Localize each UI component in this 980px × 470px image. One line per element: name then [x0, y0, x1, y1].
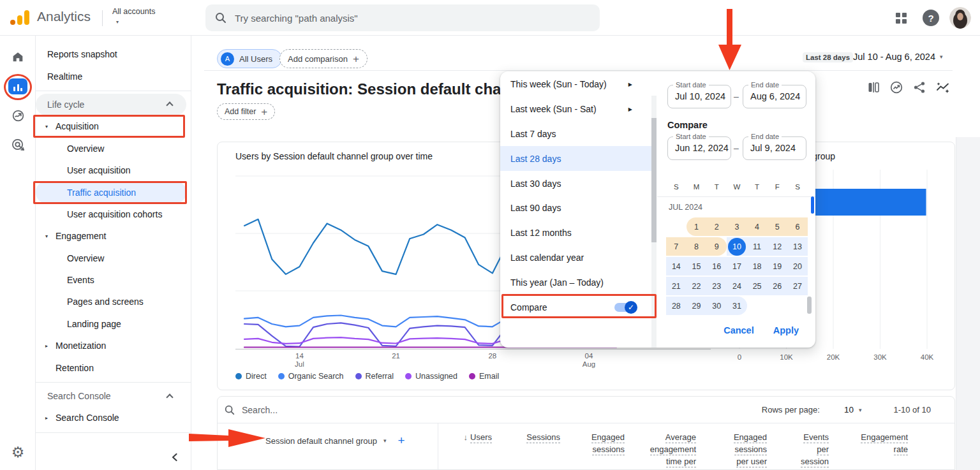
legend-item-unassigned[interactable]: Unassigned	[405, 372, 457, 381]
compare-periods-icon[interactable]	[866, 80, 880, 94]
start-date-field[interactable]: Start date Jul 10, 2024	[667, 85, 731, 108]
calendar-day-3[interactable]: 3	[727, 217, 747, 236]
apply-button[interactable]: Apply	[773, 325, 799, 335]
sidebar-item-landing-page[interactable]: Landing page	[36, 313, 186, 335]
expand-arrow-icon[interactable]: ▸	[42, 343, 51, 349]
calendar-day-10[interactable]: 10	[727, 237, 747, 256]
calendar-day-7[interactable]: 7	[666, 237, 687, 256]
preset-last-calendar-year[interactable]: Last calendar year	[500, 246, 651, 270]
calendar-day-26[interactable]: 26	[767, 277, 787, 295]
sidebar-item-engagement[interactable]: ▾Engagement	[36, 225, 186, 247]
legend-item-email[interactable]: Email	[469, 372, 499, 381]
metric-header-events-per-session[interactable]: Eventspersession	[767, 431, 829, 467]
sort-desc-icon[interactable]: ↓	[464, 432, 468, 442]
explore-icon[interactable]	[0, 101, 36, 130]
calendar-day-2[interactable]: 2	[706, 217, 727, 236]
add-dimension-icon[interactable]: +	[397, 434, 405, 448]
calendar-day-17[interactable]: 17	[727, 257, 747, 275]
calendar-day-11[interactable]: 11	[747, 237, 768, 256]
calendar-day-20[interactable]: 20	[787, 257, 808, 275]
rows-per-page-select[interactable]: 10	[844, 405, 854, 415]
calendar-day-16[interactable]: 16	[706, 257, 727, 275]
calendar-day-28[interactable]: 28	[666, 297, 687, 315]
share-icon[interactable]	[912, 80, 926, 94]
metric-header-engaged-sessions[interactable]: Engagedsessions	[560, 431, 625, 467]
calendar-day-12[interactable]: 12	[767, 237, 787, 256]
end-date-field[interactable]: End date Aug 6, 2024	[743, 85, 806, 108]
calendar-day-6[interactable]: 6	[787, 217, 808, 236]
preset-this-year-jan-today[interactable]: This year (Jan – Today)	[500, 270, 651, 295]
calendar-day-22[interactable]: 22	[687, 277, 707, 295]
preset-this-week-sun-today[interactable]: This week (Sun - Today)▶	[500, 72, 651, 97]
collapse-arrow-icon[interactable]: ▾	[42, 233, 51, 239]
search-input[interactable]	[235, 13, 567, 24]
calendar-day-30[interactable]: 30	[706, 297, 727, 315]
preset-last-28-days[interactable]: Last 28 days	[500, 146, 651, 171]
calendar-day-13[interactable]: 13	[787, 237, 808, 256]
sidebar-item-overview[interactable]: Overview	[36, 138, 186, 159]
help-icon[interactable]: ?	[923, 10, 939, 26]
preset-last-7-days[interactable]: Last 7 days	[500, 122, 651, 147]
date-range-selector[interactable]: Jul 10 - Aug 6, 2024	[853, 52, 935, 62]
sidebar-item-search-console[interactable]: Search Console	[36, 385, 186, 407]
sidebar-item-monetization[interactable]: ▸Monetization	[36, 335, 186, 356]
calendar-day-27[interactable]: 27	[787, 277, 808, 295]
analytics-logo-icon[interactable]	[10, 10, 29, 25]
sidebar-item-events[interactable]: Events	[36, 269, 186, 291]
segment-chip-all-users[interactable]: A All Users	[217, 49, 282, 68]
preset-last-week-sun-sat[interactable]: Last week (Sun - Sat)▶	[500, 97, 651, 122]
sidebar-item-retention[interactable]: Retention	[36, 356, 186, 378]
chevron-down-icon[interactable]: ▾	[859, 407, 862, 413]
sparkline-insights-icon[interactable]	[935, 80, 951, 94]
calendar-day-18[interactable]: 18	[747, 257, 768, 275]
sidebar-item-search-console[interactable]: ▸Search Console	[36, 407, 186, 429]
home-icon[interactable]	[0, 42, 36, 71]
calendar-day-25[interactable]: 25	[747, 277, 768, 295]
menu-scrollbar-thumb[interactable]	[651, 118, 657, 242]
calendar-day-24[interactable]: 24	[727, 277, 747, 295]
expand-arrow-icon[interactable]: ▸	[42, 415, 51, 421]
section-collapse-icon[interactable]	[166, 102, 173, 109]
add-filter-button[interactable]: Add filter +	[217, 103, 275, 120]
sidebar-item-user-acquisition-cohorts[interactable]: User acquisition cohorts	[36, 203, 186, 225]
legend-item-organic-search[interactable]: Organic Search	[278, 372, 344, 381]
collapse-sidebar-icon[interactable]	[165, 448, 185, 466]
table-search-input[interactable]	[242, 405, 408, 415]
calendar-day-19[interactable]: 19	[767, 257, 787, 275]
dimension-header[interactable]: Session default channel group ▾ +	[265, 434, 405, 448]
metric-header-engagement-rate[interactable]: Engagementrate	[829, 431, 908, 467]
sidebar-item-reports-snapshot[interactable]: Reports snapshot	[36, 43, 186, 65]
calendar-day-31[interactable]: 31	[727, 297, 747, 315]
insights-icon[interactable]	[889, 80, 903, 94]
global-search[interactable]	[205, 4, 600, 31]
calendar-scroll-indicator[interactable]	[811, 196, 814, 214]
metric-header-engaged-sessions-per-user[interactable]: Engagedsessionsper user	[696, 431, 767, 467]
calendar-scrollbar-thumb[interactable]	[807, 297, 812, 314]
legend-item-referral[interactable]: Referral	[355, 372, 394, 381]
admin-gear-icon[interactable]: ⚙	[0, 439, 36, 465]
avatar[interactable]	[949, 7, 971, 29]
metric-header-users[interactable]: ↓Users	[438, 431, 492, 467]
sidebar-item-overview[interactable]: Overview	[36, 247, 186, 269]
chevron-down-icon[interactable]: ▾	[940, 54, 943, 60]
calendar-day-4[interactable]: 4	[747, 217, 768, 236]
sidebar-item-user-acquisition[interactable]: User acquisition	[36, 159, 186, 181]
metric-header-average-engagement-time-per[interactable]: Averageengagementtime per	[625, 431, 696, 467]
sidebar-item-pages-and-screens[interactable]: Pages and screens	[36, 291, 186, 312]
preset-last-12-months[interactable]: Last 12 months	[500, 221, 651, 246]
sidebar-item-realtime[interactable]: Realtime	[36, 65, 186, 87]
legend-item-direct[interactable]: Direct	[235, 372, 267, 381]
calendar-day-15[interactable]: 15	[687, 257, 707, 275]
preset-last-30-days[interactable]: Last 30 days	[500, 171, 651, 196]
apps-grid-icon[interactable]	[896, 13, 907, 24]
calendar-day-5[interactable]: 5	[767, 217, 787, 236]
calendar-day-8[interactable]: 8	[687, 237, 707, 256]
calendar-day-29[interactable]: 29	[687, 297, 707, 315]
advertising-icon[interactable]	[0, 130, 36, 159]
compare-start-date-field[interactable]: Start date Jun 12, 2024	[667, 136, 731, 160]
add-comparison-button[interactable]: Add comparison +	[279, 49, 368, 68]
calendar-day-23[interactable]: 23	[706, 277, 727, 295]
account-switcher[interactable]: All accounts ▾	[112, 7, 155, 27]
metric-header-sessions[interactable]: Sessions	[492, 431, 560, 467]
calendar-day-1[interactable]: 1	[687, 217, 707, 236]
